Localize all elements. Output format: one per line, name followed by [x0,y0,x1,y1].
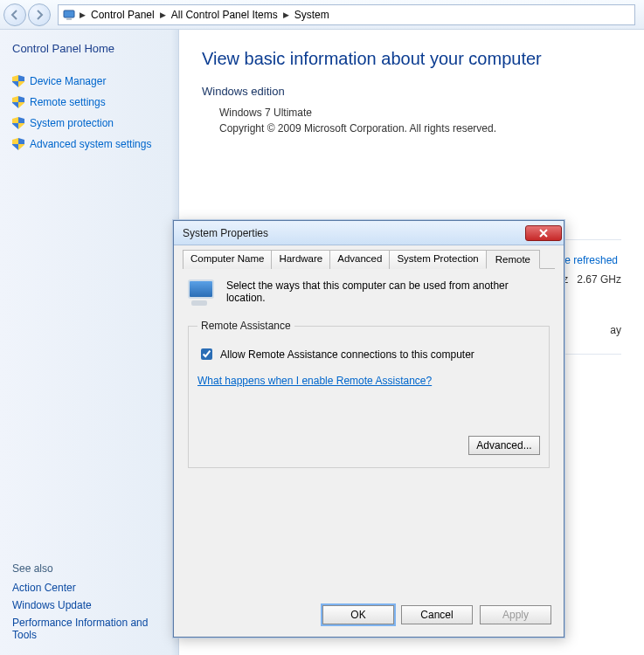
chevron-right-icon: ▶ [78,10,87,19]
tab-advanced[interactable]: Advanced [329,250,390,269]
system-properties-dialog: System Properties Computer Name Hardware… [173,220,564,638]
computer-icon [62,8,76,22]
sidebar-link-label: Remote settings [30,96,106,108]
chevron-right-icon: ▶ [158,10,168,19]
section-windows-edition: Windows edition [202,85,621,98]
advanced-button[interactable]: Advanced... [468,436,540,455]
see-also-performance-info[interactable]: Performance Information and Tools [12,617,168,641]
apply-button: Apply [480,605,551,624]
chevron-right-icon: ▶ [281,10,291,19]
allow-remote-assistance-checkbox[interactable] [201,348,212,360]
tab-computer-name[interactable]: Computer Name [183,250,272,269]
sidebar-link-device-manager[interactable]: Device Manager [12,75,168,87]
sidebar-link-remote-settings[interactable]: Remote settings [12,96,168,108]
shield-icon [12,96,24,108]
edition-value: Windows 7 Ultimate [219,107,621,119]
cancel-button[interactable]: Cancel [401,605,473,624]
dialog-tabs: Computer Name Hardware Advanced System P… [183,249,555,269]
shield-icon [12,117,24,129]
sidebar-link-label: Advanced system settings [30,138,151,150]
group-legend: Remote Assistance [197,320,294,332]
see-also-action-center[interactable]: Action Center [12,582,168,594]
remote-assistance-help-link[interactable]: What happens when I enable Remote Assist… [197,375,432,387]
svg-rect-1 [66,18,72,20]
tab-system-protection[interactable]: System Protection [389,250,486,269]
see-also-heading: See also [12,562,168,575]
tab-remote[interactable]: Remote [486,250,540,269]
sidebar-link-label: Device Manager [30,75,106,87]
page-title: View basic information about your comput… [202,49,621,69]
allow-remote-assistance-row[interactable]: Allow Remote Assistance connections to t… [197,346,540,362]
ok-button[interactable]: OK [322,605,394,624]
svg-rect-0 [64,10,74,17]
sidebar-link-system-protection[interactable]: System protection [12,117,168,129]
copyright-text: Copyright © 2009 Microsoft Corporation. … [219,122,621,134]
refresh-link-fragment[interactable]: be refreshed [559,254,618,266]
sidebar-link-advanced-system-settings[interactable]: Advanced system settings [12,138,168,150]
sidebar-link-label: System protection [30,117,114,129]
shield-icon [12,138,24,150]
see-also-windows-update[interactable]: Windows Update [12,599,168,611]
breadcrumb-item[interactable]: All Control Panel Items [170,9,280,21]
control-panel-home-link[interactable]: Control Panel Home [12,42,168,55]
shield-icon [12,75,24,87]
checkbox-label: Allow Remote Assistance connections to t… [220,348,474,361]
breadcrumb[interactable]: ▶ Control Panel ▶ All Control Panel Item… [58,4,635,25]
dialog-intro-text: Select the ways that this computer can b… [226,279,550,304]
nav-back-button[interactable] [3,3,26,26]
breadcrumb-item[interactable]: Control Panel [89,9,156,21]
remote-computer-icon [188,279,218,306]
close-button[interactable] [525,225,562,241]
tab-hardware[interactable]: Hardware [271,250,330,269]
remote-assistance-group: Remote Assistance Allow Remote Assistanc… [188,320,550,468]
dialog-title: System Properties [183,227,268,239]
breadcrumb-item[interactable]: System [293,9,331,21]
nav-forward-button[interactable] [28,3,51,26]
